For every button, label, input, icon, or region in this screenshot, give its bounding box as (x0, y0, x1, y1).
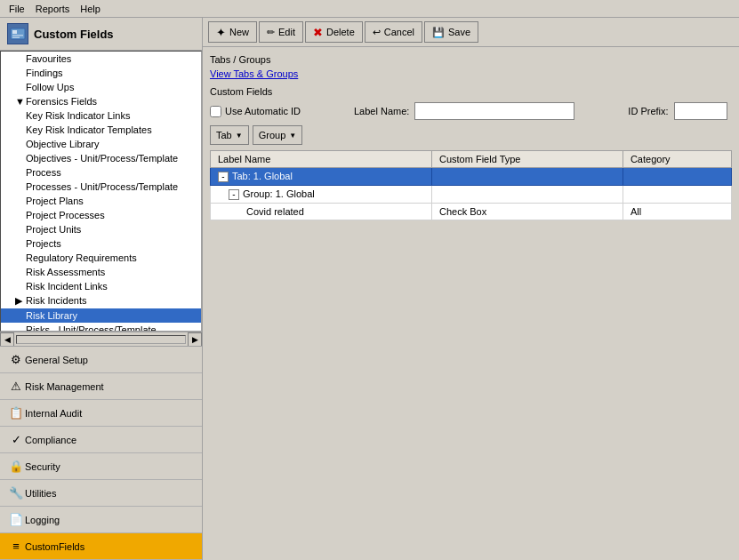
save-label: Save (448, 27, 470, 37)
cancel-button[interactable]: ↩ Cancel (365, 21, 422, 43)
delete-button[interactable]: ✖ Delete (305, 21, 363, 43)
label-name-input[interactable] (414, 102, 574, 120)
nav-icon: 🔧 (7, 484, 25, 502)
tree-item[interactable]: Objectives - Unit/Process/Template (1, 151, 201, 165)
tree-item-label: Objectives - Unit/Process/Template (26, 153, 178, 164)
tree-item-label: Forensics Fields (26, 96, 97, 107)
tree-item-label: Risk Incident Links (26, 281, 108, 292)
tree-item[interactable]: Risk Assessments (1, 265, 201, 279)
content-panel: Tabs / Groups View Tabs & Groups Custom … (203, 47, 739, 560)
tree-item-label: Key Risk Indicator Templates (26, 124, 152, 135)
tree-item[interactable]: Favourites (1, 52, 201, 66)
scroll-right[interactable]: ▶ (188, 332, 202, 347)
tree-item[interactable]: Processes - Unit/Process/Template (1, 180, 201, 194)
tree-item-label: Risk Incidents (26, 295, 86, 306)
tab-dropdown-arrow: ▼ (236, 132, 243, 140)
nav-item-utilities[interactable]: 🔧 Utilities (0, 480, 202, 507)
new-icon: ✦ (216, 26, 226, 39)
tree-item-label: Objective Library (26, 139, 100, 149)
tree-item[interactable]: ▼Forensics Fields (1, 94, 201, 108)
tabs-groups-section: Tabs / Groups View Tabs & Groups (210, 54, 732, 79)
nav-item-label: General Setup (25, 355, 88, 365)
col-cf-type: Custom Field Type (431, 151, 623, 168)
custom-fields-header: Custom Fields (210, 86, 732, 97)
tree-item-label: Processes - Unit/Process/Template (26, 181, 178, 192)
sidebar-title: Custom Fields (34, 28, 114, 41)
table-cell-category (623, 186, 731, 204)
svg-rect-3 (12, 37, 20, 39)
menu-file[interactable]: File (4, 2, 30, 16)
table-row[interactable]: -Group: 1. Global (211, 186, 732, 204)
group-dropdown-button[interactable]: Group ▼ (253, 125, 303, 145)
tree-item[interactable]: Project Plans (1, 194, 201, 208)
nav-item-risk-management[interactable]: ⚠ Risk Management (0, 373, 202, 400)
group-dropdown-arrow: ▼ (289, 132, 296, 140)
tree-item[interactable]: Project Processes (1, 208, 201, 222)
sidebar-tree[interactable]: Favourites Findings Follow Ups▼Forensics… (0, 51, 202, 332)
tree-item[interactable]: Project Units (1, 222, 201, 236)
tree-item[interactable]: Process (1, 165, 201, 180)
nav-item-label: CustomFields (25, 541, 84, 552)
tree-item[interactable]: Follow Ups (1, 80, 201, 94)
table-row[interactable]: Covid related Check Box All (211, 204, 732, 220)
use-automatic-id-checkbox[interactable] (210, 106, 221, 117)
tree-item[interactable]: Key Risk Indicator Templates (1, 123, 201, 137)
tree-item-label: Risk Assessments (26, 267, 105, 277)
cancel-icon: ↩ (373, 27, 381, 38)
nav-icon: ⚠ (7, 378, 25, 396)
menu-help[interactable]: Help (75, 2, 106, 16)
nav-item-customfields[interactable]: ≡ CustomFields (0, 533, 202, 560)
nav-item-compliance[interactable]: ✓ Compliance (0, 427, 202, 453)
tree-item[interactable]: Objective Library (1, 137, 201, 151)
tree-item-label: Project Plans (26, 196, 84, 206)
new-button[interactable]: ✦ New (208, 21, 257, 43)
tree-item[interactable]: Risk Incident Links (1, 279, 201, 293)
tree-item[interactable]: Findings (1, 66, 201, 80)
id-prefix-input[interactable] (674, 102, 727, 120)
custom-fields-table: Label Name Custom Field Type Category -T… (210, 150, 732, 220)
tree-item[interactable]: Risk Library (1, 308, 201, 323)
nav-item-label: Risk Management (25, 381, 104, 392)
nav-item-security[interactable]: 🔒 Security (0, 453, 202, 480)
tab-dropdown-button[interactable]: Tab ▼ (210, 125, 249, 145)
sidebar: Custom Fields Favourites Findings Follow… (0, 18, 203, 560)
table-cell-cf-type (431, 186, 623, 204)
table-header-row: Label Name Custom Field Type Category (211, 151, 732, 168)
tabs-groups-label: Tabs / Groups (210, 54, 732, 65)
tree-item-label: Process (26, 167, 61, 178)
auto-id-group: Use Automatic ID (210, 106, 301, 117)
nav-item-internal-audit[interactable]: 📋 Internal Audit (0, 400, 202, 427)
tab-expand-icon[interactable]: - (218, 172, 229, 182)
table-cell-category: All (623, 204, 731, 220)
tree-item[interactable]: ▶Risk Incidents (1, 293, 201, 308)
tree-item[interactable]: Risks - Unit/Process/Template (1, 323, 201, 332)
nav-item-general-setup[interactable]: ⚙ General Setup (0, 347, 202, 373)
nav-item-logging[interactable]: 📄 Logging (0, 507, 202, 533)
table-cell-label: Covid related (211, 204, 432, 220)
save-icon: 💾 (432, 27, 445, 38)
delete-icon: ✖ (313, 26, 323, 39)
sidebar-nav: ⚙ General Setup ⚠ Risk Management 📋 Inte… (0, 346, 202, 560)
tab-group-bar: Tab ▼ Group ▼ (210, 125, 732, 145)
col-category: Category (623, 151, 731, 168)
nav-item-label: Utilities (25, 488, 56, 499)
scroll-left[interactable]: ◀ (0, 332, 14, 347)
tree-item[interactable]: Projects (1, 236, 201, 251)
svg-rect-1 (12, 30, 17, 34)
table-row[interactable]: -Tab: 1. Global (211, 168, 732, 186)
view-tabs-groups-link[interactable]: View Tabs & Groups (210, 68, 298, 79)
menu-reports[interactable]: Reports (30, 2, 76, 16)
table-cell-cf-type (431, 168, 623, 186)
delete-label: Delete (326, 27, 355, 37)
nav-item-label: Security (25, 461, 60, 472)
save-button[interactable]: 💾 Save (424, 21, 478, 43)
tree-item-label: Regulatory Requirements (26, 252, 137, 263)
nav-icon: ⚙ (7, 351, 25, 369)
tree-item[interactable]: Regulatory Requirements (1, 251, 201, 265)
tree-item-label: Projects (26, 238, 61, 249)
group-expand-icon[interactable]: - (229, 189, 239, 200)
edit-button[interactable]: ✏ Edit (259, 21, 303, 43)
tree-item[interactable]: Key Risk Indicator Links (1, 108, 201, 123)
tree-item-label: Follow Ups (26, 82, 74, 92)
tab-dropdown-label: Tab (216, 130, 232, 140)
